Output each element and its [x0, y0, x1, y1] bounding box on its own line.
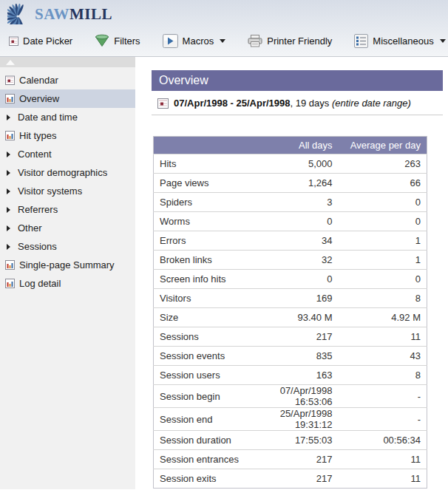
metric-avg-per-day: 43 [339, 347, 427, 366]
metric-label: Screen info hits [154, 270, 265, 289]
metric-label: Visitors [154, 289, 265, 308]
sidebar-item-label: Date and time [18, 112, 78, 123]
metric-avg-per-day: 0 [339, 193, 427, 212]
metric-label: Session duration [154, 431, 265, 450]
metric-avg-per-day: 11 [339, 327, 427, 347]
dropdown-caret-icon [440, 39, 446, 43]
sidebar-item-sessions[interactable]: Sessions [0, 237, 135, 256]
sidebar-item-log-detail[interactable]: Log detail [0, 274, 135, 293]
calendar-icon [157, 98, 169, 109]
metric-avg-per-day: 8 [339, 289, 427, 308]
toolbar-button-date-picker[interactable]: Date Picker [9, 35, 72, 47]
metric-all-days: 25/Apr/1998 19:31:12 [265, 408, 339, 431]
sidebar-item-referrers[interactable]: Referrers [0, 200, 135, 219]
sidebar-item-other[interactable]: Other [0, 219, 135, 237]
date-range-note: (entire date range) [332, 98, 411, 109]
bar-chart-icon [5, 260, 15, 270]
sidebar-item-overview[interactable]: Overview [0, 89, 135, 108]
sidebar-item-visitor-demographics[interactable]: Visitor demographics [0, 163, 135, 182]
metric-avg-per-day: - [339, 385, 427, 408]
sawmill-logo-text: SAWMILL [35, 5, 112, 24]
column-header-metric [154, 137, 265, 154]
sidebar-item-visitor-systems[interactable]: Visitor systems [0, 182, 135, 200]
table-row-screen-info-hits: Screen info hits00 [154, 270, 427, 289]
sidebar-item-label: Hit types [19, 130, 57, 141]
metric-all-days: 163 [265, 366, 339, 385]
table-row-session-entrances: Session entrances21711 [154, 450, 427, 469]
logo-text-mill: MILL [69, 5, 112, 23]
expand-triangle-icon [5, 170, 13, 176]
table-row-session-begin: Session begin07/Apr/1998 16:53:06- [154, 385, 427, 408]
sidebar-collapse-handle[interactable] [0, 57, 135, 67]
expand-triangle-icon [5, 244, 13, 250]
date-range-text: 07/Apr/1998 - 25/Apr/1998, 19 days (enti… [174, 98, 411, 109]
expand-triangle-icon [5, 207, 13, 213]
body-row: CalendarOverviewDate and timeHit typesCo… [0, 57, 448, 489]
metric-label: Hits [154, 154, 265, 174]
metric-label: Session entrances [154, 450, 265, 469]
toolbar-button-macros[interactable]: Macros [163, 34, 226, 48]
metric-label: Size [154, 308, 265, 327]
list-icon [354, 34, 368, 48]
date-range-bar: 07/Apr/1998 - 25/Apr/1998, 19 days (enti… [152, 91, 443, 115]
metric-label: Spiders [154, 193, 265, 212]
sidebar-item-label: Other [18, 222, 42, 234]
metric-label: Errors [154, 231, 265, 251]
collapse-up-icon [6, 60, 15, 65]
metric-label: Session exits [154, 469, 265, 489]
table-row-session-duration: Session duration17:55:0300:56:34 [154, 431, 427, 450]
sidebar-item-label: Calendar [19, 75, 58, 86]
toolbar-button-label: Date Picker [23, 35, 72, 47]
metric-avg-per-day: 0 [339, 270, 427, 289]
expand-triangle-icon [5, 152, 13, 157]
metric-all-days: 217 [265, 469, 339, 489]
page-title: Overview [152, 70, 443, 91]
logo-text-saw: SAW [35, 5, 69, 23]
metric-avg-per-day: 263 [339, 154, 427, 174]
table-row-visitors: Visitors1698 [154, 289, 427, 308]
metric-label: Session events [154, 347, 265, 366]
toolbar-button-filters[interactable]: Filters [95, 34, 140, 47]
table-row-page-views: Page views1,26466 [154, 174, 427, 193]
sidebar-item-label: Visitor demographics [18, 167, 107, 178]
metric-all-days: 5,000 [265, 154, 339, 174]
sidebar-item-label: Sessions [18, 241, 57, 252]
metric-avg-per-day: 66 [339, 174, 427, 193]
toolbar-button-printer-friendly[interactable]: Printer Friendly [248, 35, 332, 47]
metric-label: Sessions [154, 327, 265, 347]
metric-avg-per-day: 1 [339, 231, 427, 251]
sidebar-item-content[interactable]: Content [0, 145, 135, 163]
app-header: SAWMILL Date PickerFiltersMacrosPrinter … [0, 0, 448, 57]
date-range-days: , 19 days [291, 98, 332, 109]
play-icon [163, 34, 178, 48]
metric-avg-per-day: 1 [339, 251, 427, 270]
toolbar-button-label: Miscellaneous [373, 35, 433, 47]
sidebar-item-single-page-summary[interactable]: Single-page Summary [0, 256, 135, 274]
metric-avg-per-day: 8 [339, 366, 427, 385]
expand-triangle-icon [5, 225, 13, 231]
toolbar: Date PickerFiltersMacrosPrinter Friendly… [0, 25, 448, 56]
metric-avg-per-day: 4.92 M [339, 308, 427, 327]
table-row-session-events: Session events83543 [154, 347, 427, 366]
toolbar-button-label: Printer Friendly [267, 35, 332, 47]
table-row-sessions: Sessions21711 [154, 327, 427, 347]
table-row-worms: Worms00 [154, 212, 427, 231]
metric-label: Session end [154, 408, 265, 431]
sidebar-item-label: Single-page Summary [19, 259, 115, 270]
table-row-size: Size93.40 M4.92 M [154, 308, 427, 327]
sidebar-item-hit-types[interactable]: Hit types [0, 126, 135, 145]
sidebar-item-label: Log detail [19, 278, 61, 289]
metric-all-days: 835 [265, 347, 339, 366]
sidebar-nav: CalendarOverviewDate and timeHit typesCo… [0, 67, 135, 293]
table-header-row: All days Average per day [154, 137, 427, 154]
metric-avg-per-day: 11 [339, 450, 427, 469]
toolbar-button-miscellaneous[interactable]: Miscellaneous [354, 34, 445, 48]
funnel-icon [95, 34, 109, 47]
sidebar-item-calendar[interactable]: Calendar [0, 71, 135, 89]
sawmill-fan-icon [7, 4, 30, 24]
metric-label: Broken links [154, 251, 265, 270]
metric-label: Session begin [154, 385, 265, 408]
column-header-average-per-day: Average per day [339, 137, 427, 154]
sawmill-logo: SAWMILL [0, 0, 448, 25]
sidebar-item-date-and-time[interactable]: Date and time [0, 108, 135, 126]
